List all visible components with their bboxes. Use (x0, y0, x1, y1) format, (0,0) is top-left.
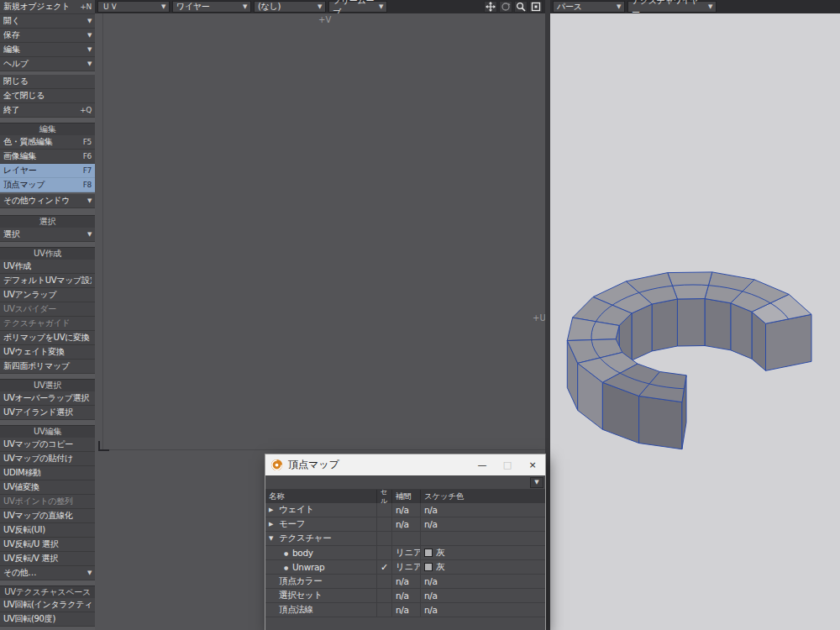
table-row[interactable]: ▼テクスチャー (265, 532, 545, 546)
uv-toolbar-dropdown[interactable]: (なし)▼ (254, 1, 326, 13)
sidebar-item[interactable]: UVウェイト変換 (0, 345, 95, 360)
name-cell: ●Unwrap (265, 560, 377, 575)
sidebar-item[interactable]: UVアンラップ (0, 288, 95, 302)
sidebar-item[interactable]: ポリマップをUVに変換 (0, 331, 95, 345)
chevron-down-icon: ▼ (87, 18, 92, 24)
sidebar-item-label: 終了 (3, 104, 78, 116)
name-cell: 頂点法線 (265, 603, 377, 617)
sidebar-item-label: その他ウィンドウ (3, 195, 86, 207)
name-cell: 頂点カラー (265, 575, 377, 589)
table-row[interactable]: 頂点法線n/an/a (265, 603, 545, 617)
sidebar-item[interactable]: UV反転/V 選択 (0, 552, 95, 566)
sidebar-item-label: 開く (3, 15, 86, 27)
cell-column (377, 546, 392, 560)
perspective-viewport[interactable] (550, 13, 840, 630)
sidebar-item[interactable]: UVオーバーラップ選択 (0, 391, 95, 406)
chevron-expanded-icon[interactable]: ▼ (269, 535, 279, 542)
chevron-down-icon: ▼ (87, 46, 92, 53)
sidebar-item: UVスパイダー (0, 302, 95, 317)
table-row[interactable]: ▶ウェイトn/an/a (265, 503, 545, 517)
sketch-color-cell: n/a (421, 589, 545, 603)
perspective-toolbar-dropdowns: パース▼テクスチャワイヤー▼ (553, 1, 717, 13)
chevron-collapsed-icon[interactable]: ▶ (269, 521, 279, 528)
table-row[interactable]: ●bodyリニア灰 (265, 546, 545, 560)
sidebar-section-header: UVテクスチャスペース (0, 585, 95, 598)
orbit-icon[interactable] (499, 1, 512, 13)
view-toolbar-dropdown[interactable]: パース▼ (553, 1, 625, 13)
window-title: 頂点マップ (288, 458, 470, 472)
table-row[interactable]: 頂点カラーn/an/a (265, 575, 545, 589)
sidebar-item[interactable]: デフォルトUVマップ設定 (0, 274, 95, 288)
name-cell: ▼テクスチャー (265, 532, 377, 546)
sidebar-item[interactable]: UV反転/U 選択 (0, 538, 95, 552)
sidebar-item-label: UVマップのコピー (3, 438, 92, 450)
chevron-collapsed-icon[interactable]: ▶ (269, 507, 279, 513)
sidebar-item[interactable]: 頂点マップF8 (0, 178, 95, 192)
close-button[interactable]: × (520, 454, 545, 475)
sidebar-item[interactable]: UV回転(90度) (0, 612, 95, 627)
sidebar-item[interactable]: 開く▼ (0, 14, 95, 29)
column-header: 補間 (392, 490, 421, 503)
fit-view-icon[interactable] (529, 1, 543, 13)
sidebar-item[interactable]: UVマップのコピー (0, 438, 95, 452)
row-label: body (292, 548, 313, 558)
view-toolbar-dropdown[interactable]: テクスチャワイヤー▼ (627, 1, 717, 13)
sidebar-item[interactable]: 保存▼ (0, 29, 95, 43)
interpolation-cell: n/a (392, 503, 421, 517)
sidebar-item[interactable]: 画像編集F6 (0, 150, 95, 164)
sidebar-item[interactable]: UV回転(インタラクティブ) (0, 598, 95, 612)
chevron-down-icon: ▼ (243, 3, 247, 10)
sidebar-item[interactable]: レイヤーF7 (0, 164, 95, 178)
sidebar-item[interactable]: UV値変換 (0, 480, 95, 495)
interpolation-cell: リニア (392, 546, 421, 560)
zoom-icon[interactable] (514, 1, 528, 13)
uv-toolbar-icons (484, 1, 543, 13)
sidebar-item[interactable]: UVマップの直線化 (0, 509, 95, 523)
sidebar-section-header: UV作成 (0, 247, 95, 260)
uv-toolbar-dropdown[interactable]: ワイヤー▼ (172, 1, 251, 13)
sidebar-gap (0, 208, 95, 215)
sidebar-item[interactable]: 終了+Q (0, 103, 95, 118)
sidebar-item[interactable]: 新規オブジェクト+N (0, 0, 95, 14)
sidebar-item[interactable]: UV反転(UI) (0, 523, 95, 538)
sidebar-item[interactable]: UV作成 (0, 260, 95, 274)
minimize-button[interactable]: — (470, 454, 495, 475)
row-label: モーフ (279, 518, 305, 530)
sketch-label: n/a (424, 519, 438, 529)
chevron-down-icon[interactable]: ▼ (530, 477, 543, 488)
sidebar-item[interactable]: その他…▼ (0, 566, 95, 580)
vertexmap-selector-dropdown[interactable]: ▼ (265, 475, 545, 490)
sidebar-item[interactable]: 新四面ポリマップ (0, 360, 95, 374)
sidebar-item[interactable]: ヘルプ▼ (0, 57, 95, 71)
row-label: 頂点カラー (279, 575, 323, 587)
sidebar-item-label: UVアイランド選択 (3, 407, 92, 418)
column-header: セル (377, 490, 392, 503)
table-row[interactable]: ●Unwrap✓リニア灰 (265, 560, 545, 575)
name-cell: 選択セット (265, 589, 377, 603)
sidebar-item[interactable]: 閉じる (0, 75, 95, 89)
maximize-button[interactable]: □ (495, 454, 520, 475)
uv-toolbar-dropdown[interactable]: フリームーブ▼ (328, 1, 387, 13)
window-titlebar[interactable]: 頂点マップ — □ × (265, 454, 545, 475)
pan-move-icon[interactable] (484, 1, 497, 13)
sidebar-item[interactable]: 編集▼ (0, 43, 95, 57)
sidebar-section-header: UV選択 (0, 379, 95, 391)
sidebar-item[interactable]: 全て閉じる (0, 89, 95, 103)
table-row[interactable]: ▶モーフn/an/a (265, 517, 545, 532)
uv-toolbar-dropdown[interactable]: ＵＶ▼ (97, 1, 170, 13)
sidebar-item[interactable]: UVアイランド選択 (0, 406, 95, 420)
sketch-color-cell: 灰 (421, 560, 545, 575)
sidebar-item[interactable]: その他ウィンドウ▼ (0, 194, 95, 208)
sidebar-item[interactable]: UVマップの貼付け (0, 452, 95, 466)
sidebar-item-label: UV値変換 (3, 481, 92, 493)
row-label: 頂点法線 (279, 604, 313, 616)
sidebar-item[interactable]: 色・質感編集F5 (0, 135, 95, 150)
name-cell: ▶モーフ (265, 517, 377, 532)
metasequoia-icon (270, 459, 283, 471)
sketch-color-cell: n/a (421, 503, 545, 517)
sidebar-item[interactable]: UDIM移動 (0, 466, 95, 480)
interpolation-cell (392, 532, 421, 546)
interpolation-cell: n/a (392, 575, 421, 589)
sidebar-item[interactable]: 選択▼ (0, 228, 95, 242)
table-row[interactable]: 選択セットn/an/a (265, 589, 545, 603)
